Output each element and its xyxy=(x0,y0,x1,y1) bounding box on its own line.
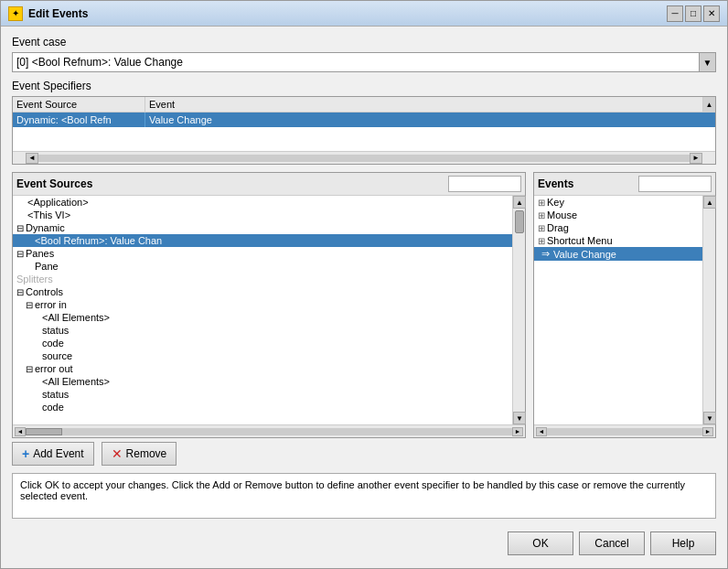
events-panel-header: Events xyxy=(534,173,715,196)
ok-button[interactable]: OK xyxy=(508,531,573,555)
status-text: Click OK to accept your changes. Click t… xyxy=(20,479,685,501)
tree-this-vi[interactable]: <This VI> xyxy=(13,209,512,221)
spec-row-selected[interactable]: Dynamic: <Bool Refn Value Change xyxy=(13,113,715,127)
tree-source[interactable]: source xyxy=(13,349,512,362)
spec-rows-area: Dynamic: <Bool Refn Value Change xyxy=(13,113,715,151)
window-title: Edit Events xyxy=(28,7,667,20)
close-button[interactable]: ✕ xyxy=(703,5,720,22)
spec-hscroll-track xyxy=(38,155,690,162)
ev-scroll-up[interactable]: ▲ xyxy=(703,196,716,209)
es-hscroll-left[interactable]: ◄ xyxy=(15,427,26,436)
tree-panes[interactable]: ⊟Panes xyxy=(13,247,512,260)
cancel-button[interactable]: Cancel xyxy=(579,531,645,555)
events-panel-label: Events xyxy=(538,177,635,190)
event-shortcut-menu[interactable]: ⊞Shortcut Menu xyxy=(534,234,702,247)
minimize-button[interactable]: ─ xyxy=(667,5,683,22)
es-hscroll-track xyxy=(26,428,512,435)
three-panels-area: Event Sources <Application> <This VI> ⊟D… xyxy=(12,172,716,438)
app-icon: ✦ xyxy=(8,6,23,21)
event-sources-tree: <Application> <This VI> ⊟Dynamic <Bool R… xyxy=(13,196,512,424)
event-sources-vscroll: ▲ ▼ xyxy=(512,196,525,424)
event-case-value: [0] <Bool Refnum>: Value Change xyxy=(16,56,183,69)
ev-hscroll-track xyxy=(547,428,702,435)
es-hscroll-thumb[interactable] xyxy=(26,428,62,435)
event-mouse[interactable]: ⊞Mouse xyxy=(534,209,702,221)
events-filter[interactable] xyxy=(638,176,712,192)
event-case-dropdown-arrow[interactable]: ▼ xyxy=(700,52,716,72)
event-key[interactable]: ⊞Key xyxy=(534,196,702,209)
es-scroll-thumb[interactable] xyxy=(515,210,524,233)
spec-hscroll: ◄ ► xyxy=(13,151,715,164)
event-specifiers-label: Event Specifiers xyxy=(12,80,716,92)
ev-scroll-down[interactable]: ▼ xyxy=(703,412,716,424)
spec-hscroll-right[interactable]: ► xyxy=(690,153,702,164)
action-buttons-row: + Add Event ✕ Remove xyxy=(12,442,716,466)
events-list: ⊞Key ⊞Mouse ⊞Drag ⊞Shortcut Menu ⇒Value … xyxy=(534,196,702,424)
spec-vscroll-up[interactable]: ▲ xyxy=(702,97,715,112)
events-body: ⊞Key ⊞Mouse ⊞Drag ⊞Shortcut Menu ⇒Value … xyxy=(534,196,715,424)
status-message-box: Click OK to accept your changes. Click t… xyxy=(12,473,716,519)
event-case-section: Event case [0] <Bool Refnum>: Value Chan… xyxy=(12,36,716,72)
spec-cell-event: Value Change xyxy=(145,113,715,127)
event-sources-filter[interactable] xyxy=(448,176,521,192)
spec-cell-source: Dynamic: <Bool Refn xyxy=(13,113,145,127)
main-content: Event case [0] <Bool Refnum>: Value Chan… xyxy=(1,27,727,568)
tree-application[interactable]: <Application> xyxy=(13,196,512,209)
tree-all-elements-2[interactable]: <All Elements> xyxy=(13,375,512,388)
es-scroll-thumb-area xyxy=(513,209,525,412)
event-sources-header: Event Sources xyxy=(13,173,525,196)
spec-hscroll-left[interactable]: ◄ xyxy=(26,153,38,164)
dialog-buttons-row: OK Cancel Help xyxy=(12,526,716,559)
events-vscroll: ▲ ▼ xyxy=(702,196,715,424)
tree-status-2[interactable]: status xyxy=(13,388,512,401)
add-event-label: Add Event xyxy=(33,447,83,460)
tree-bool-refnum[interactable]: <Bool Refnum>: Value Chan xyxy=(13,234,512,247)
event-case-select[interactable]: [0] <Bool Refnum>: Value Change xyxy=(12,52,700,72)
ev-hscroll-right[interactable]: ► xyxy=(702,427,713,436)
tree-dynamic[interactable]: ⊟Dynamic xyxy=(13,221,512,234)
edit-events-window: ✦ Edit Events ─ □ ✕ Event case [0] <Bool… xyxy=(0,0,728,569)
tree-code-1[interactable]: code xyxy=(13,337,512,349)
es-hscroll-right[interactable]: ► xyxy=(512,427,523,436)
event-drag[interactable]: ⊞Drag xyxy=(534,221,702,234)
spec-column-headers: Event Source Event ▲ xyxy=(13,97,715,113)
tree-pane[interactable]: Pane xyxy=(13,260,512,273)
event-specifiers-section: Event Specifiers Event Source Event ▲ Dy… xyxy=(12,80,716,165)
event-sources-body: <Application> <This VI> ⊟Dynamic <Bool R… xyxy=(13,196,525,424)
tree-code-2[interactable]: code xyxy=(13,401,512,413)
tree-error-in[interactable]: ⊟error in xyxy=(13,298,512,311)
col-event-header: Event xyxy=(145,97,702,112)
event-sources-panel: Event Sources <Application> <This VI> ⊟D… xyxy=(12,172,526,438)
maximize-button[interactable]: □ xyxy=(685,5,701,22)
window-controls: ─ □ ✕ xyxy=(667,5,720,22)
event-value-change[interactable]: ⇒Value Change xyxy=(534,247,702,261)
tree-splitters: Splitters xyxy=(13,273,512,285)
add-icon: + xyxy=(22,446,29,461)
events-panel: Events ⊞Key ⊞Mouse ⊞Drag ⊞Shortcut Menu … xyxy=(533,172,716,438)
es-scroll-up[interactable]: ▲ xyxy=(513,196,526,209)
tree-controls[interactable]: ⊟Controls xyxy=(13,285,512,298)
remove-label: Remove xyxy=(126,447,167,460)
ev-scroll-area xyxy=(703,209,715,412)
event-sources-label: Event Sources xyxy=(16,177,444,190)
ev-hscroll-left[interactable]: ◄ xyxy=(536,427,547,436)
add-event-button[interactable]: + Add Event xyxy=(12,442,94,466)
col-event-source-header: Event Source xyxy=(13,97,145,112)
event-sources-hscroll: ◄ ► xyxy=(13,424,525,437)
help-button[interactable]: Help xyxy=(650,531,716,555)
tree-error-out[interactable]: ⊟error out xyxy=(13,362,512,375)
remove-icon: ✕ xyxy=(112,446,123,461)
events-hscroll: ◄ ► xyxy=(534,424,715,437)
remove-button[interactable]: ✕ Remove xyxy=(102,442,177,466)
tree-status-1[interactable]: status xyxy=(13,324,512,337)
tree-all-elements-1[interactable]: <All Elements> xyxy=(13,311,512,324)
es-scroll-down[interactable]: ▼ xyxy=(513,412,526,424)
event-case-label: Event case xyxy=(12,36,716,48)
titlebar: ✦ Edit Events ─ □ ✕ xyxy=(1,1,727,27)
